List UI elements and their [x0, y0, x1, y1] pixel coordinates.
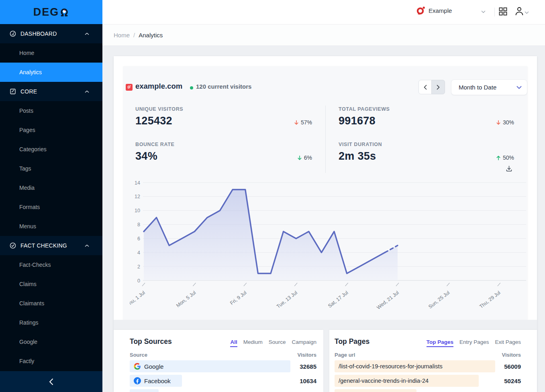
row-visitors: 10634 — [300, 378, 316, 384]
sidebar-item-factly[interactable]: Factly — [0, 351, 102, 371]
next-period-button[interactable] — [431, 80, 445, 94]
pages-tab-top-pages[interactable]: Top Pages — [427, 339, 453, 347]
row-bar — [335, 389, 416, 392]
pages-tab-entry-pages[interactable]: Entry Pages — [459, 339, 489, 347]
sidebar-item-posts[interactable]: Posts — [0, 101, 102, 120]
chevron-up-icon — [85, 32, 89, 35]
sources-tab-campaign[interactable]: Campaign — [292, 339, 316, 347]
workspace-label: Example — [429, 7, 452, 14]
chevron-left-icon — [424, 85, 427, 90]
row-bar — [130, 389, 159, 392]
row-visitors: 50245 — [504, 378, 521, 384]
svg-text:Fri, 9 Jul: Fri, 9 Jul — [229, 290, 247, 306]
sources-tab-source[interactable]: Source — [269, 339, 286, 347]
site-favicon-glyph-icon — [127, 85, 131, 89]
top-pages-rows: /list-of-covid-19-resources-for-journali… — [329, 360, 537, 392]
sidebar-section-core[interactable]: CORE — [0, 82, 102, 101]
sidebar-item-claims[interactable]: Claims — [0, 274, 102, 294]
stat-delta-value: 30% — [503, 119, 514, 126]
breadcrumb-home[interactable]: Home — [114, 32, 130, 39]
table-row[interactable]: Facebook10634 — [114, 375, 323, 387]
top-pages-tabs: Top PagesEntry PagesExit Pages — [427, 339, 521, 347]
table-row[interactable]: /general-vaccine-trends-in-india-2450245 — [329, 375, 537, 387]
column-source: Source — [130, 352, 147, 358]
svg-text:14: 14 — [135, 180, 140, 186]
form-icon — [10, 88, 16, 95]
check-circle-icon — [10, 242, 16, 249]
row-bar: Facebook — [130, 375, 182, 387]
svg-text:Mon, 5 Jul: Mon, 5 Jul — [175, 290, 197, 309]
column-page-url: Page url — [335, 352, 355, 358]
stat-label: VISIT DURATION — [339, 142, 467, 147]
workspace-chevron-down-icon[interactable] — [481, 10, 486, 13]
sidebar-item-menus[interactable]: Menus — [0, 217, 102, 236]
arrow-down-icon — [294, 120, 299, 125]
svg-text:Sat, 17 Jul: Sat, 17 Jul — [327, 290, 349, 309]
svg-text:0: 0 — [137, 278, 140, 284]
prev-period-button[interactable] — [418, 80, 432, 94]
appstore-grid-icon[interactable] — [499, 7, 507, 16]
download-icon[interactable] — [506, 165, 512, 172]
date-range-select[interactable]: Month to Date — [451, 79, 527, 95]
svg-text:4: 4 — [137, 250, 140, 256]
user-chevron-down-icon[interactable] — [525, 11, 529, 14]
stat-value: 34% — [135, 150, 264, 162]
stat-delta-value: 50% — [503, 154, 514, 161]
table-row[interactable]: Google32685 — [114, 360, 323, 372]
select-chevron-down-icon — [516, 86, 522, 89]
app-logo[interactable]: DEG — [0, 0, 102, 24]
svg-text:8: 8 — [137, 222, 140, 227]
collapse-left-icon — [49, 378, 53, 385]
sidebar-item-formats[interactable]: Formats — [0, 197, 102, 217]
top-sources-rows: Google32685Facebook10634 — [114, 360, 323, 392]
live-dot — [190, 86, 193, 89]
sidebar-item-media[interactable]: Media — [0, 178, 102, 197]
sidebar-item-claimants[interactable]: Claimants — [0, 294, 102, 313]
topbar-divider — [494, 8, 495, 16]
source-name: Facebook — [144, 378, 171, 384]
sources-tab-all[interactable]: All — [230, 339, 237, 347]
sidebar-section-fact-checking[interactable]: FACT CHECKING — [0, 236, 102, 255]
sidebar-item-tags[interactable]: Tags — [0, 159, 102, 178]
page-url: /list-of-covid-19-resources-for-journali… — [339, 363, 443, 370]
workspace-selector[interactable]: Example — [416, 6, 452, 16]
sidebar-menu: DASHBOARDHomeAnalyticsCOREPostsPagesCate… — [0, 24, 102, 371]
sidebar-item-analytics[interactable]: Analytics — [0, 63, 102, 82]
sidebar-item-home[interactable]: Home — [0, 43, 102, 63]
top-pages-title: Top Pages — [335, 337, 369, 346]
sidebar-item-categories[interactable]: Categories — [0, 140, 102, 159]
user-avatar-icon[interactable] — [514, 6, 524, 16]
svg-text:6: 6 — [137, 236, 140, 242]
sidebar-item-pages[interactable]: Pages — [0, 120, 102, 140]
sidebar: DEG DASHBOARDHomeAnalyticsCOREPostsPages… — [0, 0, 102, 392]
topbar: Example — [102, 0, 545, 24]
sidebar-item-fact-checks[interactable]: Fact-Checks — [0, 255, 102, 274]
sidebar-section-dashboard[interactable]: DASHBOARD — [0, 24, 102, 43]
row-visitors: 32685 — [300, 363, 316, 370]
svg-text:Thu, 1 Jul: Thu, 1 Jul — [130, 290, 146, 308]
table-row[interactable]: /list-of-covid-19-resources-for-journali… — [329, 360, 537, 372]
sidebar-section-label: DASHBOARD — [20, 30, 57, 37]
chevron-right-icon — [437, 85, 440, 90]
content-card: example.com 120 current visitors Month t… — [114, 56, 537, 392]
svg-text:Tue, 13 Jul: Tue, 13 Jul — [276, 290, 298, 309]
sources-tab-medium[interactable]: Medium — [243, 339, 263, 347]
breadcrumb-separator: / — [133, 32, 135, 39]
sidebar-item-google[interactable]: Google — [0, 332, 102, 351]
stat-delta-value: 57% — [301, 119, 312, 126]
stat-label: BOUNCE RATE — [135, 142, 264, 147]
svg-text:12: 12 — [135, 194, 140, 199]
section-gap-vertical — [323, 320, 329, 392]
breadcrumb: Home / Analytics — [102, 24, 545, 45]
svg-text:Wed, 21 Jul: Wed, 21 Jul — [376, 290, 400, 310]
stat-total-pageviews: TOTAL PAGEVIEWS 991678 — [339, 106, 467, 127]
sidebar-item-ratings[interactable]: Ratings — [0, 313, 102, 332]
row-visitors: 56009 — [504, 363, 521, 370]
current-visitors: 120 current visitors — [196, 83, 251, 90]
pages-tab-exit-pages[interactable]: Exit Pages — [495, 339, 521, 347]
top-pages-card: Top Pages Top PagesEntry PagesExit Pages… — [329, 330, 537, 392]
sidebar-collapse-button[interactable] — [0, 371, 102, 392]
row-bar: /general-vaccine-trends-in-india-24 — [335, 375, 479, 387]
chevron-up-icon — [85, 244, 89, 247]
arrow-down-icon — [297, 155, 302, 160]
